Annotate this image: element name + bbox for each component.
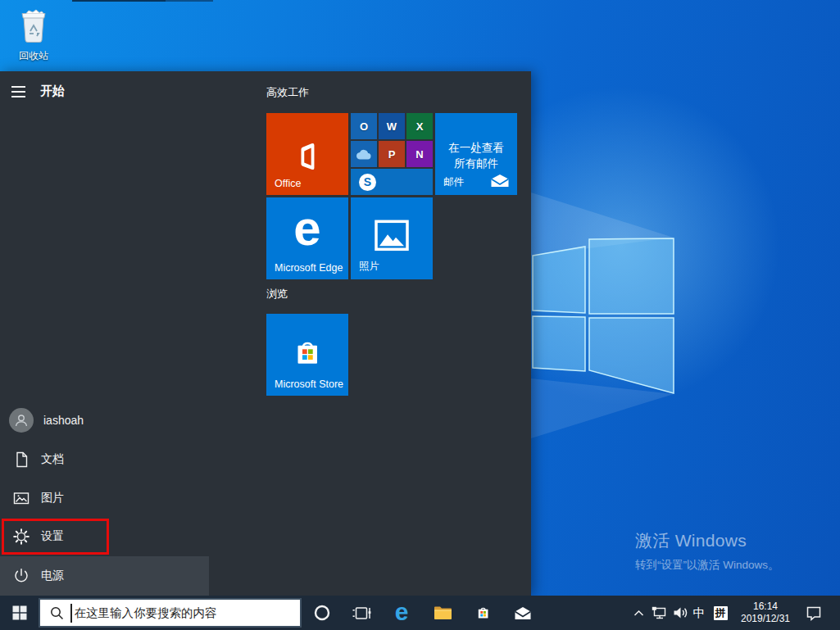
start-nav-documents[interactable]: 文档 [0, 440, 209, 479]
ethernet-network-icon [652, 606, 668, 619]
top-edge-artifact [166, 0, 213, 2]
start-nav-user[interactable]: iashoah [0, 401, 209, 440]
task-view-button[interactable] [347, 596, 375, 630]
mail-tile-body: 在一处查看所有邮件 [435, 140, 517, 171]
excel-icon: X [416, 120, 424, 133]
tile-onedrive[interactable] [351, 141, 377, 167]
action-center-icon [806, 605, 822, 621]
search-icon [50, 606, 64, 620]
tile-photos[interactable]: 照片 [351, 197, 433, 279]
settings-label: 设置 [41, 529, 64, 544]
tile-word[interactable]: W [379, 113, 405, 139]
windows-desktop: 回收站 激活 Windows 转到“设置”以激活 Windows。 开始 ias… [0, 0, 840, 630]
tile-outlook[interactable]: O [351, 113, 377, 139]
edge-icon: e [395, 600, 409, 624]
store-taskbar-button[interactable] [469, 596, 497, 630]
activate-windows-watermark: 激活 Windows 转到“设置”以激活 Windows。 [635, 529, 779, 573]
mail-tile-label: 邮件 [443, 175, 464, 189]
settings-gear-icon [12, 528, 30, 546]
power-label: 电源 [41, 569, 64, 583]
network-status-button[interactable] [649, 596, 670, 630]
taskbar: e [0, 596, 840, 630]
clock-time: 16:14 [741, 601, 790, 613]
store-tile-label: Microsoft Store [275, 378, 343, 390]
file-explorer-button[interactable] [428, 596, 457, 630]
tray-expand-button[interactable] [629, 596, 647, 630]
mail-taskbar-button[interactable] [508, 596, 538, 630]
clock-date: 2019/12/31 [741, 613, 790, 625]
word-icon: W [387, 120, 397, 133]
speaker-volume-icon [673, 606, 688, 619]
skype-icon: S [359, 174, 376, 191]
edge-tile-label: Microsoft Edge [275, 262, 343, 274]
ime-language-label: 中 [693, 605, 706, 621]
group-title-explore: 浏览 [266, 287, 288, 301]
cortana-button[interactable] [308, 596, 336, 630]
top-edge-artifact [72, 0, 166, 2]
powerpoint-icon: P [388, 148, 396, 161]
group-title-productivity: 高效工作 [266, 85, 309, 100]
start-button[interactable] [0, 596, 39, 630]
task-view-icon [352, 605, 371, 621]
tile-powerpoint[interactable]: P [379, 141, 405, 167]
watermark-subtitle: 转到“设置”以激活 Windows。 [635, 558, 779, 573]
skype-glyph: S [364, 175, 371, 188]
start-nav-power[interactable]: 电源 [0, 556, 209, 596]
ime-mode-label: 拼 [714, 606, 728, 620]
start-nav-pictures[interactable]: 图片 [0, 478, 209, 518]
outlook-icon: O [360, 120, 368, 133]
start-menu-header: 开始 [0, 71, 209, 111]
ime-mode-button[interactable]: 拼 [710, 596, 731, 630]
mail-envelope-icon [490, 174, 510, 188]
hamburger-line [11, 86, 25, 88]
action-center-button[interactable] [800, 596, 828, 630]
volume-button[interactable] [670, 596, 691, 630]
file-explorer-icon [434, 605, 452, 620]
start-menu-title: 开始 [40, 84, 65, 99]
store-icon [474, 604, 492, 622]
pictures-label: 图片 [41, 491, 64, 505]
user-name-label: iashoah [43, 414, 84, 427]
pictures-icon [12, 489, 30, 507]
tile-skype[interactable]: S [351, 169, 433, 195]
document-icon [12, 451, 30, 469]
hamburger-line [11, 96, 25, 97]
windows-start-icon [12, 605, 27, 620]
tile-microsoft-store[interactable]: Microsoft Store [266, 314, 348, 396]
tile-mail[interactable]: 在一处查看所有邮件 邮件 [435, 113, 517, 195]
tile-onenote[interactable]: N [406, 141, 433, 167]
hamburger-line [11, 91, 25, 93]
taskbar-search-box[interactable] [39, 598, 302, 628]
cortana-icon [314, 605, 330, 621]
photos-icon [373, 216, 411, 254]
edge-taskbar-button[interactable]: e [388, 596, 415, 630]
edge-logo-icon: e [293, 204, 320, 253]
recycle-bin-shortcut[interactable]: 回收站 [8, 7, 59, 63]
power-icon [12, 567, 30, 585]
photos-tile-label: 照片 [359, 260, 379, 274]
start-nav-settings[interactable]: 设置 [0, 517, 209, 556]
office-logo-icon [295, 143, 320, 170]
taskbar-clock[interactable]: 16:14 2019/12/31 [734, 596, 797, 630]
onenote-icon: N [415, 148, 423, 161]
onedrive-cloud-icon [356, 149, 372, 160]
tile-microsoft-edge[interactable]: e Microsoft Edge [266, 197, 348, 279]
start-menu-panel: 开始 iashoah 文档 图片 [0, 71, 531, 596]
recycle-bin-icon [16, 7, 51, 44]
mail-icon [514, 606, 532, 620]
tile-excel[interactable]: X [406, 113, 433, 139]
office-tile-label: Office [275, 178, 301, 189]
recycle-bin-label: 回收站 [8, 49, 59, 63]
tile-office[interactable]: Office [266, 113, 348, 195]
search-input[interactable] [72, 606, 301, 619]
documents-label: 文档 [41, 452, 64, 467]
chevron-up-icon [633, 610, 644, 617]
user-avatar-icon [9, 408, 34, 433]
hamburger-menu-button[interactable] [10, 81, 33, 102]
ime-language-button[interactable]: 中 [690, 596, 708, 630]
store-bag-icon [288, 333, 326, 370]
watermark-title: 激活 Windows [635, 529, 779, 552]
